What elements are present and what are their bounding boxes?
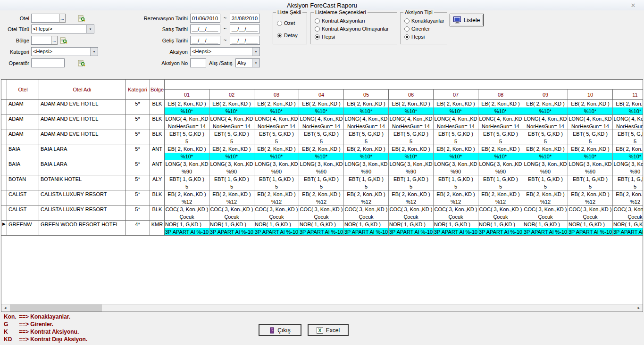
- radio-girenler[interactable]: Girenler: [404, 26, 445, 32]
- lookup-icon: [78, 59, 85, 67]
- day-column-header[interactable]: 06: [389, 90, 434, 99]
- grid-cell-day: NOR( 1, G,KD )3P APART Al %-10: [478, 221, 523, 235]
- satis-from-input[interactable]: __/__/____: [190, 25, 220, 33]
- cell-line2: 3P APART Al %-10: [434, 228, 478, 236]
- day-column-header[interactable]: 10: [568, 90, 613, 99]
- scrollbar-track[interactable]: [9, 304, 635, 312]
- alis-satis-select[interactable]: Alış ▼: [235, 58, 260, 67]
- radio-label: Hepsi: [322, 34, 335, 40]
- kategori-select[interactable]: <Hepsi> ▼: [31, 47, 98, 56]
- cell-line1: EB( 2, Kon.,KD ): [568, 145, 612, 153]
- otel-browse-button[interactable]: ...: [59, 14, 66, 23]
- grid-row[interactable]: ADAMADAM AND EVE HOTEL5*BLKEBT( 5, G,KD …: [1, 130, 643, 145]
- cell-line2: 5: [523, 138, 568, 145]
- operator-lookup-button[interactable]: [77, 59, 86, 67]
- grid-row[interactable]: BAIABAIA LARA5*ANTEB( 2, Kon.,KD )%10*EB…: [1, 145, 643, 160]
- grid-cell-day: EB( 2, Kon.,KD )%12: [478, 190, 523, 205]
- cell-line2: 3P APART Al %-10: [523, 228, 568, 236]
- day-column-header[interactable]: 01: [165, 90, 209, 99]
- otel-input[interactable]: [31, 14, 59, 23]
- day-column-header[interactable]: 11: [613, 90, 643, 99]
- col-header-otel[interactable]: Otel: [7, 80, 39, 99]
- cell-line1: LONG( 4, Kon.,KD: [209, 115, 254, 123]
- bolge-input[interactable]: [31, 36, 51, 45]
- bolge-lookup-button[interactable]: [59, 36, 68, 45]
- day-column-header[interactable]: 04: [299, 90, 344, 99]
- excel-button[interactable]: X Excel: [308, 324, 349, 336]
- operator-input[interactable]: [31, 58, 65, 67]
- grid-cell-day: EB( 2, Kon.,KD )%10*: [344, 145, 389, 160]
- bolge-browse-button[interactable]: ...: [51, 36, 58, 45]
- cell-line2: %10*: [209, 153, 254, 160]
- col-header-kategori[interactable]: Kategori: [125, 80, 150, 99]
- cell-line2: %10*: [389, 107, 433, 115]
- scroll-left-icon[interactable]: ◄: [1, 304, 9, 312]
- cell-line1: EBT( 5, G,KD ): [434, 130, 478, 138]
- monitor-icon: [453, 16, 461, 24]
- aksiyon-value: <Hepsi>: [191, 48, 252, 56]
- row-marker-cell: [1, 160, 7, 175]
- cell-line2: NorHesGun= 14: [389, 123, 433, 130]
- grid-row[interactable]: BAIABAIA LARA5*ANTLONG( 3, Kon.,KD%90LON…: [1, 160, 643, 175]
- otel-lookup-button[interactable]: [77, 14, 86, 23]
- day-column-header[interactable]: 08: [478, 90, 523, 99]
- day-column-header[interactable]: 02: [209, 90, 254, 99]
- excel-icon: X: [317, 327, 323, 334]
- grid-row[interactable]: ADAMADAM AND EVE HOTEL5*BLKEB( 2, Kon.,K…: [1, 100, 643, 115]
- cell-line1: COC( 3, Kon.,KD ): [299, 205, 343, 213]
- col-header-otel-adi[interactable]: Otel Adı: [39, 80, 125, 99]
- cell-line1: LONG( 3, Kon.,KD: [434, 160, 478, 168]
- aksiyon-select[interactable]: <Hepsi> ▼: [190, 47, 260, 56]
- cell-otel: ADAM: [7, 100, 39, 115]
- radio-kontrat-aksiyonu-olmayanlar[interactable]: Kontrat Aksiyonu Olmayanlar: [315, 26, 395, 32]
- scroll-right-icon[interactable]: ►: [635, 304, 643, 312]
- listele-button[interactable]: Listele: [450, 14, 484, 26]
- cell-line2: %90: [478, 168, 523, 175]
- rezervasyon-to-input[interactable]: 31/08/2010: [230, 14, 260, 23]
- cell-line2: 5: [434, 138, 478, 145]
- grid-row[interactable]: ADAMADAM AND EVE HOTEL5*BLKLONG( 4, Kon.…: [1, 115, 643, 130]
- day-column-header[interactable]: 07: [434, 90, 478, 99]
- grid-row[interactable]: ▶GREENWGREEN WOOD RESORT HOTEL4*KMRNOR( …: [1, 221, 643, 236]
- grid-row[interactable]: CALISTCALISTA LUXURY RESORT5*BLKCOC( 3, …: [1, 205, 643, 221]
- cell-line1: NOR( 1, G,KD ): [209, 221, 254, 228]
- grid-cell-day: COC( 3, Kon.,KD )Çocuk: [165, 205, 209, 220]
- radio-kontrat-aksiyonları[interactable]: Kontrat Aksiyonları: [315, 18, 395, 24]
- radio-konaklayanlar[interactable]: Konaklayanlar: [404, 18, 445, 24]
- cell-line1: EBT( 5, G,KD ): [165, 130, 209, 138]
- cell-otel: ADAM: [7, 115, 39, 130]
- horizontal-scrollbar[interactable]: ◄ ►: [1, 304, 643, 312]
- grid-cell-day: EB( 2, Kon.,KD )%12: [389, 190, 434, 205]
- radio-hepsi[interactable]: Hepsi: [404, 34, 445, 40]
- gelis-from-input[interactable]: __/__/____: [190, 36, 220, 45]
- satis-label: Satış Tarihi: [127, 26, 188, 33]
- cell-line2: %90: [299, 168, 343, 175]
- satis-to-input[interactable]: __/__/____: [230, 25, 260, 33]
- grid-cell-day: LONG( 4, Kon.,KDNorHesGun= 14: [613, 115, 643, 130]
- cell-line1: NOR( 1, G,KD ): [299, 221, 343, 228]
- day-column-header[interactable]: 05: [344, 90, 389, 99]
- day-column-header[interactable]: 09: [523, 90, 568, 99]
- cell-line1: COC( 3, Kon.,KD ): [344, 205, 388, 213]
- radio-detay[interactable]: Detay: [277, 33, 305, 38]
- scrollbar-thumb[interactable]: [10, 304, 102, 312]
- cell-line2: Çocuk: [478, 213, 523, 221]
- grid-cell-day: LONG( 4, Kon.,KDNorHesGun= 14: [434, 115, 478, 130]
- close-icon[interactable]: ✕: [626, 1, 640, 9]
- radio-hepsi[interactable]: Hepsi: [315, 34, 395, 40]
- otel-turu-select[interactable]: <Hepsi> ▼: [31, 25, 94, 33]
- cell-line1: EBT( 1, G,KD ): [254, 175, 299, 183]
- col-header-bolge[interactable]: Bölge: [150, 80, 165, 99]
- cell-bolge: BLK: [150, 205, 165, 220]
- radio-özet[interactable]: Özet: [277, 20, 305, 26]
- day-column-header[interactable]: 03: [254, 90, 299, 99]
- rezervasyon-from-input[interactable]: 01/06/2010: [190, 14, 220, 23]
- grid-row[interactable]: CALISTCALISTA LUXURY RESORT5*BLKEB( 2, K…: [1, 190, 643, 205]
- cikis-button[interactable]: Çıkış: [259, 324, 301, 336]
- gelis-to-input[interactable]: __/__/____: [230, 36, 260, 45]
- grid-row[interactable]: BOTANBOTANIK HOTEL5*ALYEBT( 1, G,KD )5EB…: [1, 175, 643, 190]
- grid-cell-day: EB( 2, Kon.,KD )%10*: [299, 145, 344, 160]
- cell-line2: 5: [209, 183, 254, 190]
- aksiyon-no-input[interactable]: [190, 58, 206, 67]
- cell-line1: EBT( 1, G,KD ): [209, 175, 254, 183]
